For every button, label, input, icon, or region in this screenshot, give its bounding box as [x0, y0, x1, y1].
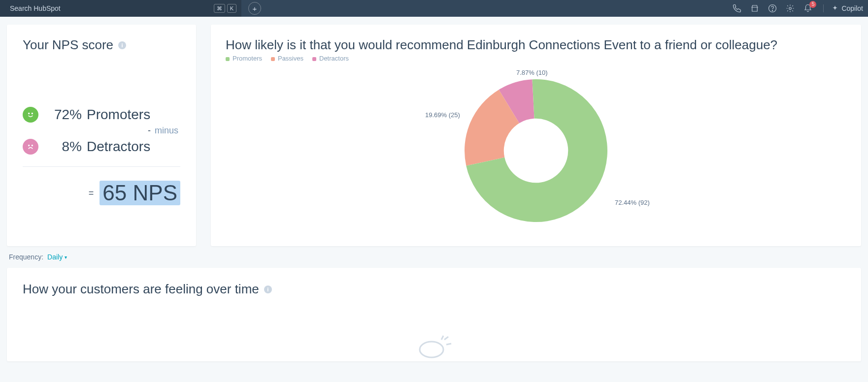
notification-badge: 5: [809, 1, 816, 8]
topbar: ⌘ K + 5 Copilot: [0, 0, 868, 17]
svg-point-3: [29, 113, 30, 114]
swatch-passives: [271, 57, 275, 61]
nps-minus-row: - minus: [23, 126, 180, 136]
kbd-k: K: [227, 4, 236, 13]
plus-icon: +: [253, 4, 257, 13]
nps-result-row: = 65 NPS: [23, 181, 180, 205]
create-button[interactable]: +: [248, 2, 261, 15]
frequency-value: Daily: [47, 253, 63, 261]
svg-point-2: [789, 7, 792, 10]
svg-line-8: [444, 337, 448, 340]
notifications-icon[interactable]: 5: [803, 4, 812, 13]
swatch-detractors: [312, 57, 316, 61]
svg-point-5: [29, 145, 30, 146]
gear-icon[interactable]: [786, 4, 795, 13]
equals-sign: =: [89, 188, 94, 198]
legend-promoters-label: Promoters: [233, 55, 262, 62]
over-time-title: How your customers are feeling over time: [23, 282, 259, 297]
minus-sign: -: [148, 126, 151, 136]
promoters-label: Promoters: [87, 107, 180, 123]
phone-icon[interactable]: [733, 4, 741, 13]
frequency-select[interactable]: Daily ▾: [47, 253, 67, 261]
over-time-title-row: How your customers are feeling over time…: [23, 282, 845, 297]
info-icon[interactable]: i: [118, 41, 126, 49]
svg-line-9: [446, 344, 451, 345]
smile-icon: [23, 107, 38, 123]
nps-card-title-row: Your NPS score i: [23, 37, 180, 53]
legend-promoters: Promoters: [226, 55, 262, 62]
minus-word: minus: [155, 126, 178, 136]
donut-wrap: 7.87% (10) 19.69% (25) 72.44% (92): [226, 62, 846, 239]
chart-title: How likely is it that you would recommen…: [226, 37, 846, 53]
help-icon[interactable]: [768, 4, 777, 13]
top-row: Your NPS score i 72% Promoters - minus: [7, 25, 861, 246]
search-shortcut: ⌘ K: [214, 4, 236, 13]
topbar-right: 5 Copilot: [733, 4, 863, 13]
marketplace-icon[interactable]: [750, 4, 759, 13]
frequency-row: Frequency: Daily ▾: [9, 253, 861, 261]
kbd-cmd: ⌘: [214, 4, 225, 13]
copilot-button[interactable]: Copilot: [823, 4, 863, 12]
nps-card: Your NPS score i 72% Promoters - minus: [7, 25, 196, 246]
swatch-promoters: [226, 57, 230, 61]
promoters-pct: 72%: [47, 107, 82, 123]
chart-label-passives: 19.69% (25): [425, 111, 460, 119]
search-input[interactable]: [9, 4, 209, 13]
donut-chart: [462, 77, 610, 224]
search-wrap[interactable]: ⌘ K: [0, 0, 241, 17]
chart-label-promoters: 72.44% (92): [615, 199, 650, 206]
page-body: Your NPS score i 72% Promoters - minus: [0, 17, 868, 381]
nps-card-title: Your NPS score: [23, 37, 113, 53]
nps-score: 65 NPS: [100, 181, 180, 205]
copilot-label: Copilot: [841, 4, 863, 12]
chart-card: How likely is it that you would recommen…: [211, 25, 861, 246]
nps-detractors-row: 8% Detractors: [23, 139, 180, 155]
nps-promoters-row: 72% Promoters: [23, 107, 180, 123]
legend-detractors-label: Detractors: [319, 55, 349, 62]
chart-label-detractors: 7.87% (10): [516, 69, 548, 76]
over-time-card: How your customers are feeling over time…: [7, 268, 861, 361]
nps-divider: [23, 166, 180, 167]
nps-breakdown: 72% Promoters - minus 8% Detractors =: [23, 107, 180, 205]
frown-icon: [23, 139, 38, 155]
svg-point-6: [32, 145, 33, 146]
empty-state-illustration: [412, 335, 456, 359]
frequency-label: Frequency:: [9, 253, 43, 261]
detractors-label: Detractors: [87, 139, 180, 155]
sparkle-icon: [832, 5, 838, 12]
legend-detractors: Detractors: [312, 55, 349, 62]
legend-passives-label: Passives: [278, 55, 303, 62]
svg-line-10: [441, 336, 443, 340]
svg-point-4: [32, 113, 33, 114]
legend-passives: Passives: [271, 55, 303, 62]
info-icon[interactable]: i: [264, 286, 272, 293]
svg-point-1: [772, 10, 773, 11]
chart-legend: Promoters Passives Detractors: [226, 55, 846, 62]
svg-point-7: [420, 342, 443, 357]
chevron-down-icon: ▾: [65, 255, 67, 260]
detractors-pct: 8%: [47, 139, 82, 155]
